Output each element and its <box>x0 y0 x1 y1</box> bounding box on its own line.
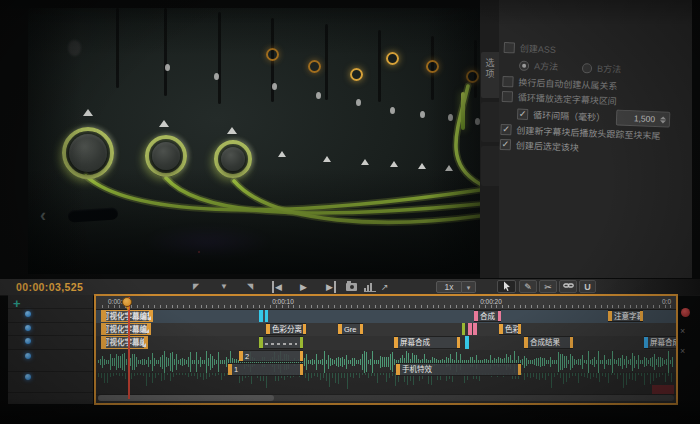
resize-handle-icon[interactable] <box>145 329 149 333</box>
flash-tool-icon[interactable]: ↗ <box>381 281 389 293</box>
timeline-mini-clip[interactable] <box>259 310 263 322</box>
play-icon[interactable]: ▶ <box>300 281 307 293</box>
checkbox-select-after-create[interactable]: ✓ <box>500 139 511 150</box>
app-window: ‹ 选项 创建ASS A方法 B方法 <box>0 0 700 424</box>
timeline-clip[interactable]: 1 <box>228 363 303 376</box>
checkbox-auto-dependency[interactable] <box>502 76 513 87</box>
timeline-mini-clip[interactable] <box>468 323 472 335</box>
timeline-clip[interactable]: 色彩 <box>499 323 521 335</box>
marker-ne-icon[interactable]: ◥ <box>247 281 253 293</box>
tab-unlabeled-1[interactable] <box>481 102 499 142</box>
toolbar-fade <box>590 279 700 295</box>
clip-label: 2 <box>239 352 249 361</box>
timeline-clip[interactable]: 可视化字幕编辑器 <box>101 323 151 335</box>
cursor-icon <box>502 281 512 292</box>
timeline-clip[interactable] <box>259 336 303 349</box>
timeline-mini-clip[interactable] <box>473 323 477 335</box>
tab-unlabeled-2[interactable] <box>481 146 499 186</box>
checkbox-playhead-follow[interactable]: ✓ <box>500 124 511 135</box>
video-preview[interactable]: ‹ <box>28 8 480 274</box>
tab-options-label: 选项 <box>484 58 497 80</box>
timeline-clip[interactable]: 可视化字幕编辑器 <box>101 310 153 322</box>
timeline-mini-clip[interactable] <box>465 336 469 349</box>
track-indicator-led[interactable] <box>25 353 31 359</box>
timeline-clip[interactable]: 注意字幕 <box>608 310 643 322</box>
checkbox-loop-interval[interactable]: ✓ <box>517 108 528 119</box>
dashed-pattern <box>265 343 297 345</box>
playhead-pin[interactable] <box>122 297 132 307</box>
edit-tool-button[interactable]: ✎ <box>519 280 537 293</box>
playhead-line[interactable] <box>128 297 130 399</box>
checkbox-loop-selected[interactable] <box>502 91 513 102</box>
audio-levels-icon[interactable] <box>364 283 376 292</box>
clip-label: 屏幕合成 <box>644 338 678 347</box>
track-separator <box>8 322 93 323</box>
close-icon[interactable]: × <box>680 326 685 336</box>
label-method-a: A方法 <box>534 59 559 73</box>
tab-options[interactable]: 选项 <box>481 52 499 98</box>
label-create-ass: 创建ASS <box>520 42 557 56</box>
panel-tab-strip: 选项 <box>480 0 499 278</box>
link-icon <box>563 281 574 290</box>
clips-layer: 可视化字幕编辑器合成注意字幕可视化字幕编辑器色彩分离Gre色彩可视化字幕编辑器屏… <box>96 296 676 403</box>
clip-label: 手机特效 <box>396 365 432 374</box>
timeline-clip[interactable]: 屏幕合成 <box>644 336 678 349</box>
timeline-clip[interactable]: Gre <box>338 323 363 335</box>
track-indicator-led[interactable] <box>25 325 31 331</box>
spin-down-icon[interactable] <box>659 120 665 123</box>
timeline-clip[interactable]: 合成结果 <box>524 336 573 349</box>
options-panel: 选项 创建ASS A方法 B方法 换行后自动创建从属关系 <box>480 0 692 278</box>
timeline-mini-clip[interactable] <box>462 323 465 335</box>
resize-handle-icon[interactable] <box>142 343 146 347</box>
timeline-clip[interactable]: 合成 <box>474 310 501 322</box>
scrollbar-thumb[interactable] <box>98 395 274 401</box>
label-loop-selected: 循环播放选定字幕块区间 <box>518 91 617 108</box>
label-select-after-create: 创建后选定该块 <box>516 139 579 155</box>
speed-dropdown-icon[interactable]: ▾ <box>462 281 476 293</box>
marker-down-icon[interactable]: ▼ <box>220 281 228 293</box>
radio-method-a[interactable] <box>519 60 529 70</box>
timeline-clip[interactable]: 2 <box>239 350 303 362</box>
timeline-clip[interactable]: 屏幕合成 <box>394 336 460 349</box>
preview-shading <box>28 8 480 274</box>
label-loop-interval: 循环间隔（毫秒） <box>533 108 605 124</box>
clip-label: 色彩分离 <box>266 325 302 334</box>
cut-tool-button[interactable]: ✂ <box>539 280 557 293</box>
label-method-b: B方法 <box>597 62 622 76</box>
record-dot-icon[interactable] <box>681 308 690 317</box>
skip-start-icon[interactable]: ◀ <box>272 281 282 293</box>
spinbox-steppers[interactable] <box>658 116 669 123</box>
clip-label: Gre <box>338 325 357 334</box>
skip-end-icon[interactable]: ▶ <box>326 281 336 293</box>
timeline-mini-clip[interactable] <box>265 310 268 322</box>
close-icon[interactable]: × <box>680 346 685 356</box>
track-indicator-led[interactable] <box>25 311 31 317</box>
link-tool-button[interactable] <box>559 280 577 293</box>
track-indicator-led[interactable] <box>25 374 31 380</box>
resize-handle-icon[interactable] <box>147 316 151 320</box>
checkbox-create-ass[interactable] <box>504 42 515 53</box>
marker-red-block <box>652 385 674 394</box>
clip-label: 可视化字幕编辑器 <box>102 325 151 334</box>
timeline-clip[interactable]: 色彩分离 <box>266 323 306 335</box>
marker-nw-icon[interactable]: ◤ <box>193 281 199 293</box>
track-indicator-led[interactable] <box>25 338 31 344</box>
clip-label: 色彩 <box>499 325 520 334</box>
track-header-column: + <box>8 295 93 404</box>
label-auto-dependency: 换行后自动创建从属关系 <box>518 76 617 93</box>
radio-method-b[interactable] <box>582 63 592 73</box>
spin-up-icon[interactable] <box>660 116 666 119</box>
timeline-track-area[interactable]: 0:00:00 0:00:10 0:00:20 0:0 可视化字幕编辑器合成注意… <box>94 294 678 405</box>
playback-speed-select[interactable]: 1x <box>436 281 462 293</box>
clip-label: 屏幕合成 <box>394 338 430 347</box>
track-separator <box>8 371 93 372</box>
clip-label: 注意字幕 <box>608 312 643 321</box>
cursor-tool-button[interactable] <box>497 280 516 293</box>
clip-label: 合成结果 <box>524 338 560 347</box>
loop-interval-spinbox[interactable]: 1,500 <box>616 110 671 128</box>
options-content: 创建ASS A方法 B方法 换行后自动创建从属关系 循环播放选定字幕块区间 ✓ … <box>497 18 689 235</box>
snapshot-camera-icon[interactable] <box>346 283 357 291</box>
track-separator <box>8 349 93 350</box>
timeline-clip[interactable]: 可视化字幕编辑器 <box>101 336 148 349</box>
timeline-clip[interactable]: 手机特效 <box>396 363 521 376</box>
